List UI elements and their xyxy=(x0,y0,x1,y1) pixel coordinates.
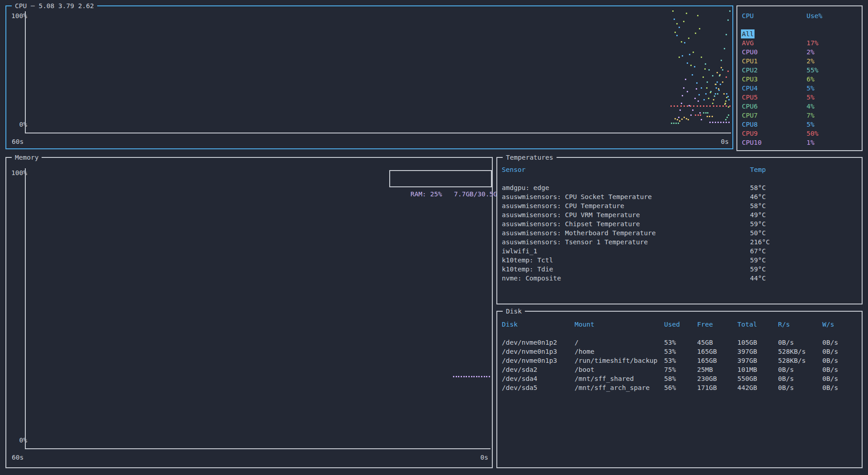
cpu-table-row-cpu1[interactable]: CPU12% xyxy=(738,57,861,66)
cpu-table-row-cpu6[interactable]: CPU64% xyxy=(738,102,861,111)
cpu4-blue-dot xyxy=(679,27,680,28)
cpu6-mint-mid-dot xyxy=(707,112,708,114)
cpu-table-row-avg[interactable]: AVG17% xyxy=(738,38,861,48)
cpu1-amber-low-dot xyxy=(684,117,685,118)
disk-row[interactable]: /dev/sda4/mnt/sff_shared58%230GB550GB0B/… xyxy=(498,374,861,383)
ram-line-dot xyxy=(471,376,472,377)
ram-line-dot xyxy=(481,376,482,377)
cpu-entry-label: CPU7 xyxy=(742,111,758,120)
avg-line-dot xyxy=(716,105,717,107)
cpu2-teal-dot xyxy=(717,93,718,95)
disk-row[interactable]: /dev/nvme0n1p3/run/timeshift/backup53%16… xyxy=(498,356,861,365)
cpu1-amber-dot xyxy=(722,81,723,83)
disk-write-rate: 0B/s xyxy=(822,347,838,356)
disk-device-header: Disk xyxy=(502,320,518,329)
cpu-load-average: ─ 5.08 3.79 2.62 xyxy=(31,2,94,10)
disk-mount-header: Mount xyxy=(575,320,594,329)
cpu-panel-title: CPU ─ 5.08 3.79 2.62 xyxy=(12,1,97,10)
temperature-row[interactable]: k10temp: Tdie59°C xyxy=(498,265,861,274)
temperatures-panel[interactable]: Temperatures SensorTempamdgpu: edge58°Ca… xyxy=(496,157,863,304)
cpu2-teal-dot xyxy=(727,19,729,21)
cpu-entry-usage: 1% xyxy=(807,138,814,147)
disk-write-rate: 0B/s xyxy=(822,365,838,374)
memory-graph-panel[interactable]: Memory 100% 0% 60s 0s RAM: 25% 7.7GB/30.… xyxy=(5,157,493,468)
cpu-table-panel[interactable]: CPUUse%AllAVG17%CPU02%CPU12%CPU255%CPU36… xyxy=(736,5,863,151)
cpu-table-header-row: CPUUse% xyxy=(738,11,861,20)
cpu-table-row-cpu8[interactable]: CPU85% xyxy=(738,120,861,129)
cpu1-amber-dot xyxy=(715,84,716,85)
temperature-row[interactable]: asuswmisensors: Chipset Temperature59°C xyxy=(498,219,861,228)
cpu4-blue-cluster-dot xyxy=(715,93,716,95)
avg-line-dot xyxy=(677,105,678,107)
cpu4-blue-dot xyxy=(705,93,707,95)
cpu-table-row-cpu0[interactable]: CPU02% xyxy=(738,48,861,57)
disk-row[interactable]: /dev/sda2/boot75%25MB101MB0B/s0B/s xyxy=(498,365,861,374)
cpu-graph-panel[interactable]: CPU ─ 5.08 3.79 2.62 100% 0% 60s 0s xyxy=(5,5,733,149)
disk-read-rate: 0B/s xyxy=(778,338,794,347)
cpu3-lime-dot xyxy=(701,57,702,58)
disk-write-rate: 0B/s xyxy=(822,383,838,392)
cpu2-teal-dot xyxy=(714,95,715,97)
cpu2-teal-dot xyxy=(722,69,723,71)
cpu-entry-label: CPU1 xyxy=(742,57,758,66)
cpu-table-row-cpu3[interactable]: CPU36% xyxy=(738,75,861,84)
temp-col-header: Temp xyxy=(750,165,766,174)
cpu1-amber-run-dot xyxy=(712,116,713,117)
cpu-table-row-cpu4[interactable]: CPU45% xyxy=(738,84,861,93)
cpu-table-row-all[interactable]: All xyxy=(738,29,861,38)
temperature-row[interactable]: iwlwifi_167°C xyxy=(498,247,861,256)
cpu1-amber-dot xyxy=(719,74,721,76)
disk-write-rate: 0B/s xyxy=(822,374,838,383)
disk-device: /dev/sda5 xyxy=(502,383,538,392)
cpu3-lime-dot xyxy=(704,68,706,70)
cpu0-lavender-dot xyxy=(678,117,679,118)
sensor-name: asuswmisensors: Tsensor 1 Temperature xyxy=(502,238,648,247)
cpu0-lavender-dot xyxy=(692,109,693,111)
use-col-header: Use% xyxy=(807,11,822,20)
cpu-table-row-cpu9[interactable]: CPU950% xyxy=(738,129,861,138)
cpu4-blue-dot xyxy=(701,87,702,89)
disk-row[interactable]: /dev/nvme0n1p2/53%45GB105GB0B/s0B/s xyxy=(498,338,861,347)
cpu3-lime-dot xyxy=(699,28,700,29)
cpu-col-header: CPU xyxy=(742,11,754,20)
temperature-row[interactable]: asuswmisensors: Motherboard Temperature5… xyxy=(498,228,861,238)
temperature-row[interactable]: asuswmisensors: Tsensor 1 Temperature216… xyxy=(498,238,861,247)
avg-line-dot xyxy=(722,105,724,107)
sensor-temp: 46°C xyxy=(750,192,766,201)
temperature-row[interactable]: k10temp: Tctl59°C xyxy=(498,256,861,265)
cpu0-lavender-low-dot xyxy=(712,122,713,123)
avg-line-dot xyxy=(680,105,682,107)
disk-read-rate: 0B/s xyxy=(778,365,794,374)
cpu-table-row-cpu2[interactable]: CPU255% xyxy=(738,66,861,75)
temperature-row[interactable]: asuswmisensors: CPU Temperature58°C xyxy=(498,201,861,210)
cpu4-blue-cluster-dot xyxy=(720,84,721,85)
disk-read-rate-header: R/s xyxy=(778,320,790,329)
temperature-row[interactable]: asuswmisensors: CPU Socket Temperature46… xyxy=(498,192,861,201)
cpu4-blue-dot xyxy=(694,66,695,67)
sensor-temp: 216°C xyxy=(750,238,770,247)
disk-row[interactable]: /dev/sda5/mnt/sff_arch_spare56%171GB442G… xyxy=(498,383,861,392)
cpu-table-row-cpu5[interactable]: CPU55% xyxy=(738,93,861,102)
memory-x-right-label: 0s xyxy=(481,453,488,462)
disk-free: 165GB xyxy=(697,356,717,365)
cpu-x-axis xyxy=(25,133,731,133)
temperature-row[interactable]: nvme: Composite44°C xyxy=(498,274,861,283)
disk-panel[interactable]: Disk DiskMountUsedFreeTotalR/sW/s/dev/nv… xyxy=(496,311,863,468)
cpu3-lime-dot xyxy=(675,32,676,33)
ram-line-dot xyxy=(466,376,467,377)
cpu0-lavender-dot xyxy=(698,100,699,102)
cpu1-amber-dot xyxy=(717,72,718,73)
temperature-row[interactable]: asuswmisensors: CPU VRM Temperature49°C xyxy=(498,210,861,219)
cpu9-red-dots-dot xyxy=(726,76,727,78)
cpu-table-row-cpu10[interactable]: CPU101% xyxy=(738,138,861,147)
disk-row[interactable]: /dev/nvme0n1p3/home53%165GB397GB528KB/s0… xyxy=(498,347,861,356)
cpu0-lavender-low-dot xyxy=(720,122,722,123)
avg-line-dot xyxy=(726,105,727,107)
cpu-table-row-cpu7[interactable]: CPU77% xyxy=(738,111,861,120)
cpu-entry-label: CPU8 xyxy=(742,120,758,129)
disk-device: /dev/nvme0n1p2 xyxy=(502,338,557,347)
sensor-name: amdgpu: edge xyxy=(502,183,549,192)
disk-mount: / xyxy=(575,338,579,347)
disk-mount: /run/timeshift/backup xyxy=(575,356,657,365)
temperature-row[interactable]: amdgpu: edge58°C xyxy=(498,183,861,192)
